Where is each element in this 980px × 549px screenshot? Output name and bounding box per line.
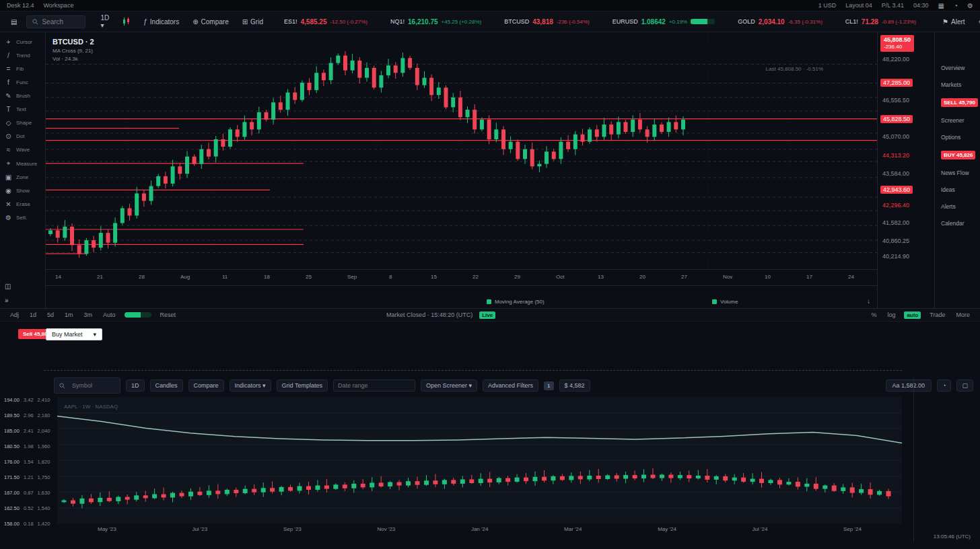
- panel-item-screener[interactable]: Screener: [941, 117, 980, 124]
- xaxis-label[interactable]: 29: [514, 274, 520, 280]
- ticker-btcusd[interactable]: BTCUSD43,818-236 (-0.54%): [498, 18, 596, 26]
- topbar-left-item-1[interactable]: Workspace: [44, 2, 74, 9]
- scale-toggle-%[interactable]: %: [869, 311, 878, 319]
- bottom-button-indicators[interactable]: Indicators ▾: [230, 379, 271, 392]
- topbar-left-item-0[interactable]: Desk 12.4: [7, 2, 34, 9]
- tool-wave[interactable]: ≈Wave: [0, 145, 45, 154]
- bottom-button-candles[interactable]: Candles: [150, 379, 183, 392]
- topbar-right-item-0[interactable]: 1 USD: [818, 2, 837, 9]
- bottom-button-gridtemplates[interactable]: Grid Templates: [277, 379, 328, 392]
- bottom-xaxis-label[interactable]: Jan '24: [471, 526, 489, 540]
- tool-sett[interactable]: ⚙Sett.: [0, 213, 45, 222]
- live-badge[interactable]: Live: [479, 312, 495, 319]
- download-icon[interactable]: ↓: [867, 297, 870, 305]
- ticker-cl1[interactable]: CL1!71.28-0.89 (-1.23%): [839, 18, 922, 26]
- topbar-right-item-2[interactable]: P/L 3.41: [882, 2, 904, 9]
- bottom-xaxis[interactable]: May '23Jul '23Sep '23Nov '23Jan '24Mar '…: [57, 526, 902, 540]
- tool-measure[interactable]: ⌖Measure: [0, 159, 45, 168]
- price-alert-badge[interactable]: 47,285.00: [880, 79, 913, 87]
- tool-text[interactable]: TText: [0, 105, 45, 114]
- ticker-eurusd[interactable]: EURUSD1.08642+0.19%: [606, 18, 722, 26]
- bottom-xaxis-label[interactable]: May '23: [98, 526, 116, 540]
- panel-item-newsflow[interactable]: News Flow: [941, 170, 980, 176]
- scale-toggle-log[interactable]: log: [885, 311, 897, 319]
- bottom-button-advancedfilters[interactable]: Advanced Filters: [483, 379, 538, 392]
- toolbar-button-grid[interactable]: ⊞Grid: [238, 16, 267, 28]
- reset-button[interactable]: Reset: [158, 311, 178, 319]
- xaxis-label[interactable]: 25: [306, 274, 312, 280]
- xaxis-label[interactable]: 14: [55, 274, 61, 280]
- bottom-button-compare[interactable]: Compare: [188, 379, 224, 392]
- xaxis-label[interactable]: 11: [222, 274, 228, 280]
- tool-brush[interactable]: ✎Brush: [0, 92, 45, 100]
- clock-icon[interactable]: ◔: [954, 2, 958, 9]
- xaxis-label[interactable]: 17: [806, 274, 812, 280]
- panel-item-overview[interactable]: Overview: [941, 65, 980, 71]
- footer-trade-button[interactable]: Trade: [928, 311, 947, 319]
- toolbar-button-compare[interactable]: ⊕Compare: [188, 16, 233, 28]
- candle-style-button[interactable]: [118, 15, 134, 28]
- panel-order-badge-5[interactable]: BUY 45,826: [941, 151, 975, 159]
- bottom-button-openscreener[interactable]: Open Screener ▾: [421, 379, 477, 392]
- panel-item-options[interactable]: Options: [941, 134, 980, 141]
- panel-order-badge-2[interactable]: SELL 45,790: [941, 98, 978, 107]
- extra-tool-icon-0[interactable]: ◫: [5, 283, 45, 290]
- main-xaxis[interactable]: 142128Aug111825Sep8152229Oct132027Nov101…: [46, 269, 877, 285]
- panel-item-alerts[interactable]: Alerts: [941, 203, 980, 210]
- tool-cursor[interactable]: +Cursor: [0, 38, 45, 46]
- main-chart-pane[interactable]: BTCUSD · 2 MA Cross (9, 21) Vol · 24.3k …: [46, 32, 877, 308]
- menu-icon[interactable]: ▤: [7, 16, 21, 28]
- last-price-badge[interactable]: 45,808.50 -236.40: [880, 35, 914, 52]
- bottom-xaxis-label[interactable]: Jul '23: [192, 526, 207, 540]
- xaxis-label[interactable]: 10: [765, 274, 771, 280]
- gear-icon[interactable]: ⚙: [967, 2, 973, 9]
- xaxis-label[interactable]: 8: [389, 274, 392, 280]
- toolbar-button-indicators[interactable]: ƒIndicators: [139, 16, 183, 28]
- price-quick-button[interactable]: $ 4,582: [559, 379, 590, 392]
- xaxis-label[interactable]: 28: [139, 274, 145, 280]
- bottom-xaxis-label[interactable]: Jul '24: [753, 526, 768, 540]
- bottom-xaxis-label[interactable]: Mar '24: [564, 526, 582, 540]
- bottom-chart-svg[interactable]: [57, 397, 902, 523]
- range-button-5d[interactable]: 5d: [45, 311, 56, 319]
- alert-button[interactable]: ⚑Alert: [938, 16, 969, 28]
- bottom-xaxis-label[interactable]: May '24: [658, 526, 676, 540]
- topbar-right-item-1[interactable]: Layout 04: [845, 2, 872, 9]
- tool-shape[interactable]: ◇Shape: [0, 118, 45, 127]
- symbol-search-button[interactable]: Search: [26, 15, 85, 28]
- replay-progress-bar[interactable]: [125, 312, 151, 318]
- bottom-xaxis-label[interactable]: Nov '23: [377, 526, 395, 540]
- tool-dot[interactable]: ⊙Dot: [0, 132, 45, 141]
- ticker-es1[interactable]: ES1!4,585.25-12.50 (-0.27%): [278, 18, 374, 26]
- xaxis-label[interactable]: 27: [681, 274, 687, 280]
- panel-item-markets[interactable]: Markets: [941, 81, 980, 88]
- scale-toggle-auto[interactable]: auto: [904, 312, 921, 319]
- xaxis-label[interactable]: Nov: [723, 274, 732, 280]
- range-button-1m[interactable]: 1m: [63, 311, 75, 319]
- snapshot-icon[interactable]: ◔: [937, 379, 951, 392]
- price-scale[interactable]: 45,808.50 -236.40 48,220.0047,285.0046,5…: [877, 32, 934, 308]
- panel-item-ideas[interactable]: Ideas: [941, 186, 980, 193]
- bottom-search-input[interactable]: [68, 380, 115, 391]
- xaxis-label[interactable]: Aug: [180, 274, 190, 280]
- tool-fib[interactable]: =Fib: [0, 65, 45, 73]
- bottom-button-1d[interactable]: 1D: [126, 379, 145, 392]
- tool-trend[interactable]: /Trend: [0, 51, 45, 60]
- xaxis-label[interactable]: 13: [598, 274, 604, 280]
- tool-erase[interactable]: ✕Erase: [0, 200, 45, 209]
- tool-show[interactable]: ◉Show: [0, 186, 45, 195]
- format-pill[interactable]: Aa 1,582.00: [886, 379, 932, 392]
- xaxis-label[interactable]: 22: [473, 274, 479, 280]
- tool-func[interactable]: fFunc: [0, 78, 45, 87]
- bottom-xaxis-label[interactable]: Sep '23: [283, 526, 302, 540]
- xaxis-label[interactable]: 24: [848, 274, 854, 280]
- date-range-input[interactable]: [333, 379, 415, 392]
- xaxis-label[interactable]: 21: [97, 274, 103, 280]
- range-button-1d[interactable]: 1d: [28, 311, 38, 319]
- bottom-symbol-search[interactable]: [54, 377, 120, 394]
- auto-toggle[interactable]: Auto: [101, 311, 118, 319]
- order-type-dropdown[interactable]: Buy Market ▾: [46, 328, 102, 340]
- range-button-3m[interactable]: 3m: [82, 311, 95, 319]
- tool-zone[interactable]: ▣Zone: [0, 173, 45, 182]
- grid-icon[interactable]: ▦: [938, 2, 944, 9]
